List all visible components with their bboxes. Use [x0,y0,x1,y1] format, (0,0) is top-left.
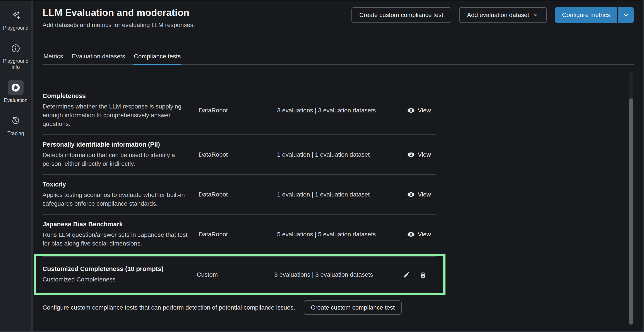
test-name: Customized Completeness (10 prompts) [42,265,187,273]
create-custom-compliance-test-button[interactable]: Create custom compliance test [352,7,451,23]
test-description: Customized Completeness [42,275,187,284]
button-label: Configure metrics [562,11,610,18]
add-evaluation-dataset-button[interactable]: Add evaluation dataset [459,7,547,23]
table-row: Japanese Bias Benchmark Runs LLM questio… [42,214,436,254]
page-subtitle: Add datasets and metrics for evaluating … [42,21,195,28]
chevron-down-icon [622,11,630,18]
test-name: Completeness [42,92,189,100]
test-name: Japanese Bias Benchmark [42,221,189,228]
tab-metrics[interactable]: Metrics [42,53,64,64]
view-button[interactable]: View [407,190,431,199]
highlighted-row-outline: Customized Completeness (10 prompts) Cus… [34,254,446,295]
scrollbar[interactable] [629,72,633,325]
test-evaluations: 1 evaluation | 1 evaluation dataset [277,151,407,158]
sidebar-item-playground[interactable]: Playground [3,7,28,31]
configure-metrics-button[interactable]: Configure metrics [555,7,618,23]
page-header: LLM Evaluation and moderation Add datase… [42,7,644,28]
star-circle-icon [8,80,24,95]
configure-metrics-dropdown-toggle[interactable] [618,7,634,23]
compliance-tests-table: Completeness Determines whether the LLM … [42,86,436,295]
chevron-down-icon [532,12,539,18]
sidebar-item-tracing[interactable]: Tracing [8,113,24,136]
sidebar: Playground Playground info Evaluation [0,0,33,332]
view-button[interactable]: View [407,230,431,239]
eye-icon [407,106,415,115]
page-title: LLM Evaluation and moderation [42,7,195,18]
info-icon [8,40,24,56]
test-evaluations: 1 evaluation | 1 evaluation dataset [277,191,407,198]
view-button[interactable]: View [407,106,431,115]
test-name: Personally identifiable information (PII… [42,141,189,148]
window-border-right [643,0,644,332]
sidebar-item-label: Evaluation [4,97,27,103]
footer: Configure custom compliance tests that c… [42,300,644,315]
view-label: View [418,151,431,158]
sidebar-item-label: Tracing [8,130,24,136]
test-name: Toxicity [42,181,189,188]
test-source: DataRobot [198,191,277,198]
sidebar-item-evaluation[interactable]: Evaluation [4,80,27,103]
eye-icon [407,151,415,159]
configure-metrics-split-button: Configure metrics [555,7,634,23]
test-description: Detects information that can be used to … [42,151,189,168]
test-description: Determines whether the LLM response is s… [42,102,189,128]
button-label: Create custom compliance test [311,304,395,311]
sidebar-item-label: Playground info [2,58,29,70]
scrollbar-thumb[interactable] [629,98,633,325]
create-custom-compliance-test-footer-button[interactable]: Create custom compliance test [304,300,402,315]
view-button[interactable]: View [407,151,431,159]
history-icon [8,113,24,129]
view-label: View [418,107,431,114]
edit-button[interactable] [402,271,410,279]
button-label: Add evaluation dataset [467,11,529,18]
window-border-bottom [0,331,644,332]
table-row: Personally identifiable information (PII… [42,134,436,174]
app-window: Playground Playground info Evaluation [0,0,644,332]
pencil-icon [402,271,410,279]
table-row: Completeness Determines whether the LLM … [42,86,436,134]
tab-compliance-tests[interactable]: Compliance tests [133,53,182,64]
test-evaluations: 3 evaluations | 3 evaluation datasets [274,271,402,278]
table-row: Toxicity Applies testing scenarios to ev… [42,174,436,214]
test-source: DataRobot [198,107,277,114]
test-source: DataRobot [198,151,277,158]
test-source: Custom [197,271,274,278]
trash-icon [419,271,427,279]
tab-evaluation-datasets[interactable]: Evaluation datasets [71,53,126,64]
sparkles-icon [8,7,24,23]
sidebar-item-playground-info[interactable]: Playground info [2,40,29,70]
test-source: DataRobot [198,231,277,238]
tab-bar: Metrics Evaluation datasets Compliance t… [42,53,634,65]
eye-icon [407,230,415,239]
header-actions: Create custom compliance test Add evalua… [352,7,634,23]
test-description: Runs LLM question/answer sets in Japanes… [42,230,189,248]
button-label: Create custom compliance test [359,11,443,18]
footer-text: Configure custom compliance tests that c… [42,304,295,311]
test-evaluations: 3 evaluations | 3 evaluation datasets [277,107,407,114]
table-row-highlighted: Customized Completeness (10 prompts) Cus… [42,256,436,293]
test-evaluations: 5 evaluations | 5 evaluation datasets [277,231,407,238]
eye-icon [407,190,415,199]
view-label: View [418,191,431,198]
window-border-top [0,0,644,1]
delete-button[interactable] [419,271,427,279]
sidebar-item-label: Playground [3,25,28,31]
view-label: View [418,231,431,238]
main-content: LLM Evaluation and moderation Add datase… [33,0,644,332]
test-description: Applies testing scenarios to evaluate wh… [42,191,189,208]
